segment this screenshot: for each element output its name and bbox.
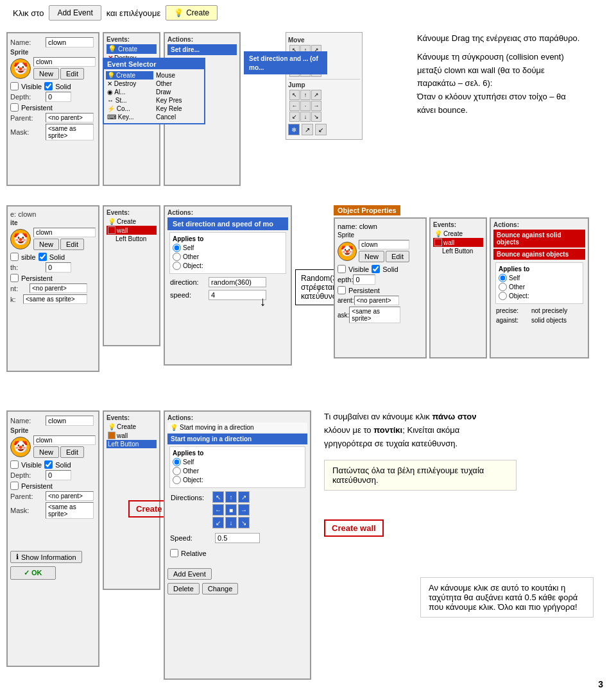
jump-ul[interactable]: ↖	[289, 90, 300, 100]
start-action-create[interactable]: 💡 Start moving in a direction	[167, 423, 307, 432]
action-setdir-1[interactable]: Set dire...	[167, 44, 237, 55]
es-alarm[interactable]: ◉ Al...	[106, 88, 153, 96]
bounce-highlight[interactable]: Bounce against objects	[493, 249, 585, 260]
setdir-action-2[interactable]: Set direction and speed of mo	[167, 217, 288, 230]
dg-l[interactable]: ←	[212, 504, 224, 516]
es-mouse[interactable]: Mouse	[155, 71, 202, 80]
op-visible-cb[interactable]	[338, 265, 346, 273]
speed-input-3[interactable]	[215, 533, 260, 543]
es-keyrele[interactable]: Key Rele	[155, 105, 202, 113]
move-icon-3[interactable]: ↙	[315, 124, 327, 135]
depth-input-2[interactable]	[46, 262, 71, 273]
ok-btn[interactable]: ✓ OK	[10, 566, 56, 580]
es-keyboard[interactable]: ⌨ Key...	[106, 113, 153, 121]
radio-other-input-2[interactable]	[173, 253, 181, 261]
persistent-cb-1[interactable]	[10, 103, 19, 112]
show-info-btn[interactable]: ℹ Show Information	[10, 551, 82, 563]
name-label-3: Name:	[10, 417, 46, 425]
bounce-radio-other-input[interactable]	[499, 283, 507, 291]
solid-cb-3[interactable]	[44, 460, 53, 469]
edit-btn-3[interactable]: Edit	[60, 446, 84, 458]
event3-wall[interactable]: wall	[107, 431, 157, 440]
op-edit-btn[interactable]: Edit	[386, 251, 409, 262]
jump-r[interactable]: →	[311, 101, 321, 111]
click-clown-line1: Τι συμβαίνει αν κάνουμε κλικ πάνω στον	[324, 412, 476, 421]
delete-btn-3[interactable]: Delete	[167, 583, 200, 594]
jump-c[interactable]: ·	[300, 101, 311, 111]
direction-input-2[interactable]	[209, 277, 266, 287]
event-right-leftbtn[interactable]: Left Button	[433, 247, 483, 255]
parent-row-3: Parent: <no parent>	[10, 491, 96, 501]
solid-cb-2[interactable]	[38, 253, 47, 261]
dg-ul[interactable]: ↖	[212, 491, 224, 503]
es-create[interactable]: 💡 Create	[106, 71, 153, 80]
jump-u[interactable]: ↑	[300, 90, 311, 100]
edit-btn-1[interactable]: Edit	[60, 68, 84, 80]
es-collision[interactable]: ⚡ Co...	[106, 105, 153, 113]
start-radio-other-input[interactable]	[173, 467, 181, 475]
dg-c[interactable]: ■	[225, 504, 237, 516]
relative-cb[interactable]	[170, 549, 178, 557]
persistent-cb-3[interactable]	[10, 482, 19, 490]
edit-btn-2[interactable]: Edit	[60, 239, 84, 250]
visible-cb-1[interactable]	[10, 82, 19, 90]
jump-d[interactable]: ↓	[300, 112, 311, 122]
bounce-radio-self-input[interactable]	[499, 274, 507, 282]
jump-dl[interactable]: ↙	[289, 112, 300, 122]
event2-create[interactable]: 💡 Create	[107, 217, 157, 226]
start-radio-object-input[interactable]	[173, 476, 181, 484]
depth-input-3[interactable]	[46, 470, 71, 480]
create-button[interactable]: 💡 Create	[166, 5, 218, 21]
op-solid-cb[interactable]	[372, 265, 380, 273]
new-btn-3[interactable]: New	[33, 446, 59, 458]
depth-input-1[interactable]	[46, 92, 71, 102]
event3-create[interactable]: 💡 Create	[107, 423, 157, 431]
dg-dr[interactable]: ↘	[238, 517, 250, 528]
move-icon-1[interactable]: ❄	[288, 124, 300, 135]
change-btn-3[interactable]: Change	[202, 583, 239, 594]
dg-dl[interactable]: ↙	[212, 517, 224, 528]
visible-cb-2[interactable]	[10, 253, 19, 261]
dg-r[interactable]: →	[238, 504, 250, 516]
op-persistent-cb[interactable]	[338, 286, 346, 294]
move-icon-2[interactable]: ↗	[302, 124, 313, 135]
persistent-cb-2[interactable]	[10, 274, 19, 282]
new-btn-2[interactable]: New	[33, 239, 59, 250]
dg-ur[interactable]: ↗	[238, 491, 250, 503]
dg-u[interactable]: ↑	[225, 491, 237, 503]
start-moving-highlight[interactable]: Start moving in a direction	[167, 434, 307, 444]
event-right-create[interactable]: 💡 Create	[433, 230, 483, 238]
dg-d[interactable]: ↓	[225, 517, 237, 528]
new-btn-1[interactable]: New	[33, 68, 59, 80]
es-other[interactable]: Other	[155, 80, 202, 88]
es-step[interactable]: ↔ St...	[106, 96, 153, 105]
start-radio-self-input[interactable]	[173, 458, 181, 466]
bounce-radio-object-input[interactable]	[499, 292, 507, 300]
event-create-1[interactable]: Create	[107, 44, 157, 54]
visible-row-1: Visible Solid	[10, 82, 96, 90]
es-draw[interactable]: Draw	[155, 88, 202, 96]
applies-title-2: Applies to	[173, 235, 283, 242]
bottom-row: Name: Sprite 🤡 clown New Edit Visible So	[3, 410, 613, 693]
op-depth-input[interactable]	[353, 274, 375, 285]
es-destroy[interactable]: ✕ Destroy	[106, 80, 153, 88]
jump-ur[interactable]: ↗	[311, 90, 321, 100]
radio-object-input-2[interactable]	[173, 262, 181, 270]
event2-leftbtn[interactable]: Left Button	[107, 235, 157, 243]
add-event-btn-3[interactable]: Add Event	[167, 568, 212, 580]
event2-wall[interactable]: wall	[107, 226, 157, 235]
event3-leftbtn[interactable]: Left Button	[107, 440, 157, 448]
visible-cb-3[interactable]	[10, 460, 19, 469]
bounce-action-item[interactable]: Bounce against solid objects	[493, 230, 585, 248]
add-event-button[interactable]: Add Event	[49, 5, 101, 21]
radio-self-input-2[interactable]	[173, 244, 181, 252]
jump-dr[interactable]: ↘	[311, 112, 321, 122]
solid-cb-1[interactable]	[44, 82, 53, 90]
event-right-wall[interactable]: wall	[433, 238, 483, 247]
es-keypres[interactable]: Key Pres	[155, 96, 202, 105]
op-new-btn[interactable]: New	[359, 251, 384, 262]
name-input-1[interactable]	[46, 37, 94, 47]
es-cancel[interactable]: Cancel	[155, 113, 202, 121]
name-input-3[interactable]	[46, 416, 94, 426]
jump-l[interactable]: ←	[289, 101, 300, 111]
